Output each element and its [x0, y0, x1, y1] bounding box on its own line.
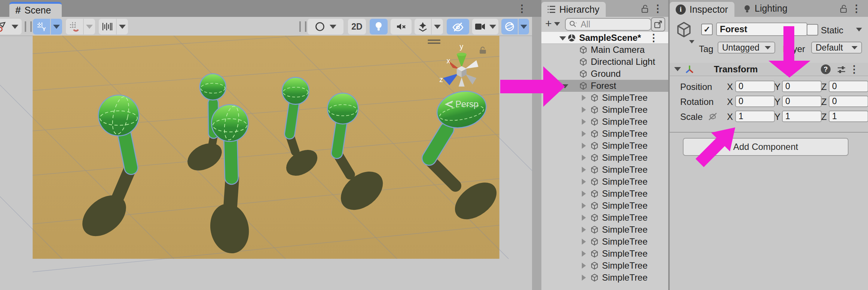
scale-y-field[interactable] [782, 111, 822, 122]
transform-kebab-icon[interactable] [849, 64, 859, 75]
2d-mode-button[interactable]: 2D [348, 19, 366, 34]
expand-arrow-icon[interactable] [580, 190, 587, 197]
hierarchy-row-simpletree[interactable]: SimpleTree [541, 188, 668, 200]
hierarchy-row-simpletree[interactable]: SimpleTree [541, 176, 668, 188]
add-component-button[interactable]: Add Component [683, 138, 849, 156]
position-x-field[interactable] [735, 81, 775, 92]
tab-inspector[interactable]: Inspector [670, 2, 734, 17]
grid-visibility-button[interactable]: Y [33, 19, 50, 34]
hierarchy-row-simpletree[interactable]: SimpleTree [541, 116, 668, 128]
rotation-y-field[interactable] [782, 96, 822, 107]
position-z-field[interactable] [829, 81, 868, 92]
toolbar-drag-handle[interactable] [299, 21, 301, 32]
scene-3d-view[interactable]: y x z Persp [0, 36, 532, 290]
expand-arrow-icon[interactable] [580, 94, 587, 101]
expand-arrow-icon[interactable] [580, 214, 587, 221]
hierarchy-row-simpletree[interactable]: SimpleTree [541, 212, 668, 224]
scene-lighting-toggle[interactable] [370, 19, 388, 34]
lock-icon[interactable] [839, 4, 849, 13]
expand-arrow-icon[interactable] [580, 154, 587, 161]
hierarchy-row-forest[interactable]: Forest [541, 80, 668, 92]
gizmos-options-dropdown[interactable] [519, 19, 529, 34]
grid-options-dropdown[interactable] [51, 19, 62, 34]
scene-camera-button[interactable] [472, 19, 498, 34]
toolbar-drag-handle[interactable] [30, 21, 32, 32]
hierarchy-row-simpletree[interactable]: SimpleTree [541, 104, 668, 116]
measure-tool-button[interactable] [99, 19, 116, 34]
hierarchy-row-ground[interactable]: Ground [541, 68, 668, 80]
chevron-down-icon[interactable] [554, 22, 560, 26]
rotation-z-field[interactable] [829, 96, 868, 107]
hierarchy-row-simpletree[interactable]: SimpleTree [541, 140, 668, 152]
expand-arrow-icon[interactable] [580, 226, 587, 233]
gameobject-enabled-checkbox[interactable] [701, 24, 713, 35]
expand-arrow-icon[interactable] [580, 262, 587, 269]
effects-options-dropdown[interactable] [432, 19, 443, 34]
expand-arrow-icon[interactable] [580, 238, 587, 245]
shading-mode-button[interactable] [308, 19, 343, 34]
scene-viewport[interactable]: y x z Persp [0, 36, 532, 290]
expand-arrow-icon[interactable] [580, 274, 587, 281]
static-checkbox[interactable] [807, 24, 818, 36]
hierarchy-search-box[interactable] [565, 18, 651, 31]
scene-panel-kebab-icon[interactable] [517, 3, 527, 14]
foldout-triangle-icon[interactable] [674, 67, 681, 71]
chevron-down-icon[interactable] [689, 40, 694, 43]
scene-visibility-toggle[interactable] [447, 19, 469, 34]
help-icon[interactable] [821, 64, 831, 74]
gameobject-cube-icon[interactable] [675, 21, 693, 39]
hierarchy-row-simpletree[interactable]: SimpleTree [541, 92, 668, 104]
expand-arrow-icon[interactable] [580, 130, 587, 137]
lock-icon[interactable] [640, 4, 650, 13]
inspector-kebab-icon[interactable] [852, 3, 861, 14]
expand-arrow-icon[interactable] [580, 106, 587, 113]
snap-options-dropdown[interactable] [84, 19, 95, 34]
presets-icon[interactable] [837, 65, 846, 75]
hierarchy-kebab-icon[interactable] [653, 3, 663, 14]
hierarchy-row-simpletree[interactable]: SimpleTree [541, 272, 668, 284]
hierarchy-row-simpletree[interactable]: SimpleTree [541, 224, 668, 236]
hierarchy-row-directional-light[interactable]: Directional Light [541, 56, 668, 68]
expand-arrow-icon[interactable] [580, 178, 587, 185]
tag-dropdown[interactable]: Untagged [718, 42, 775, 54]
scene-audio-toggle[interactable] [391, 19, 412, 34]
create-object-button[interactable]: + [543, 18, 554, 30]
hierarchy-row-main-camera[interactable]: Main Camera [541, 44, 668, 56]
snap-increment-button[interactable] [66, 19, 83, 34]
expand-arrow-icon[interactable] [580, 142, 587, 149]
position-y-field[interactable] [782, 81, 822, 92]
expand-arrow-icon[interactable] [580, 166, 587, 173]
expand-arrow-icon[interactable] [580, 202, 587, 209]
scale-z-field[interactable] [829, 111, 868, 122]
hierarchy-row-simpletree[interactable]: SimpleTree [541, 236, 668, 248]
tab-scene[interactable]: Scene [9, 2, 62, 17]
gameobject-name-field[interactable] [716, 22, 807, 36]
hierarchy-row-simpletree[interactable]: SimpleTree [541, 248, 668, 260]
measure-options-dropdown[interactable] [117, 19, 128, 34]
layer-dropdown[interactable]: Default [811, 42, 862, 54]
hierarchy-row-simpletree[interactable]: SimpleTree [541, 200, 668, 212]
scale-x-field[interactable] [735, 111, 775, 122]
expand-arrow-icon[interactable] [561, 82, 568, 89]
chevron-down-icon[interactable] [856, 28, 862, 31]
expand-arrow-icon[interactable] [580, 118, 587, 125]
expand-arrow-icon[interactable] [559, 34, 566, 41]
hierarchy-row-simpletree[interactable]: SimpleTree [541, 260, 668, 272]
toolbar-drag-handle[interactable] [25, 21, 26, 32]
scene-options-kebab-icon[interactable] [649, 32, 658, 43]
hierarchy-row-simpletree[interactable]: SimpleTree [541, 164, 668, 176]
tab-lighting[interactable]: Lighting [738, 0, 788, 17]
expand-arrow-icon[interactable] [580, 250, 587, 257]
tool-overlay-button[interactable] [0, 19, 22, 34]
hierarchy-row-simpletree[interactable]: SimpleTree [541, 152, 668, 164]
search-input[interactable] [580, 19, 638, 30]
transform-component-header[interactable]: Transform [670, 63, 868, 76]
tab-hierarchy[interactable]: Hierarchy [541, 2, 606, 17]
toolbar-drag-handle[interactable] [305, 21, 306, 32]
gizmos-toggle-button[interactable] [501, 19, 518, 34]
hierarchy-row-simpletree[interactable]: SimpleTree [541, 128, 668, 140]
hierarchy-row-samplescene-[interactable]: SampleScene* [541, 32, 668, 44]
scale-link-broken-icon[interactable] [707, 112, 718, 121]
pick-object-button[interactable] [651, 17, 665, 31]
rotation-x-field[interactable] [735, 96, 775, 107]
